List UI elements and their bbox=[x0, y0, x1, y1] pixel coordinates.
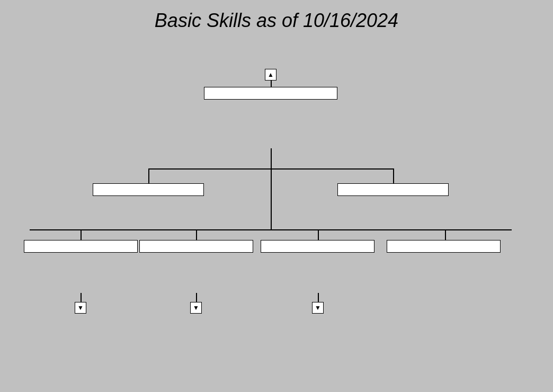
level2-node-0 bbox=[24, 240, 138, 253]
level1-node-0 bbox=[93, 183, 204, 196]
l2-hline bbox=[30, 229, 512, 230]
level2-node-2 bbox=[261, 240, 374, 253]
l2-v2 bbox=[318, 229, 319, 240]
l2-v0 bbox=[81, 229, 82, 240]
root-to-l2-vline bbox=[271, 148, 272, 229]
level2-0-down-arrow[interactable]: ▼ bbox=[75, 302, 86, 314]
absolute-org-chart: ▲ bbox=[0, 37, 553, 355]
root-up-arrow[interactable]: ▲ bbox=[265, 69, 276, 81]
l2-2-down-vline bbox=[318, 293, 319, 302]
l2-0-down-vline bbox=[81, 293, 82, 302]
l2-v1 bbox=[196, 229, 197, 240]
level2-node-1 bbox=[139, 240, 253, 253]
vline-arrow-to-root bbox=[271, 81, 272, 87]
l1-right-vline bbox=[393, 168, 394, 183]
root-org-node bbox=[204, 87, 337, 100]
level1-node-1 bbox=[337, 183, 449, 196]
l1-left-vline bbox=[148, 168, 149, 183]
level2-node-3 bbox=[387, 240, 501, 253]
level2-2-down-arrow[interactable]: ▼ bbox=[312, 302, 324, 314]
level2-1-down-arrow[interactable]: ▼ bbox=[190, 302, 202, 314]
l2-v3 bbox=[445, 229, 446, 240]
page-title: Basic Skills as of 10/16/2024 bbox=[0, 0, 553, 37]
l2-1-down-vline bbox=[196, 293, 197, 302]
